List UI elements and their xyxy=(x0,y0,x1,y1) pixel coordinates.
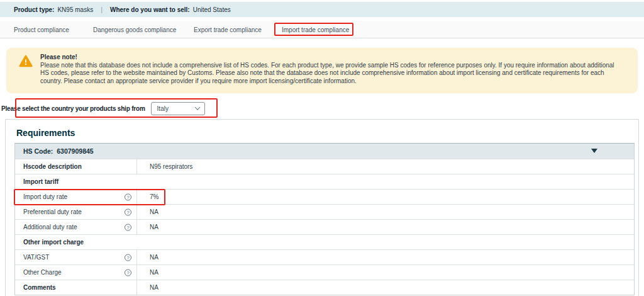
product-type-value: KN95 masks xyxy=(57,6,93,13)
collapse-caret-icon[interactable] xyxy=(591,149,597,153)
requirements-heading: Requirements xyxy=(16,128,75,138)
row-label: Additional duty rate? xyxy=(15,220,137,234)
ship-from-row: Please select the country your products … xyxy=(1,100,205,117)
hs-code-label: HS Code: xyxy=(23,147,53,155)
table-row: Preferential duty rate?NA xyxy=(15,204,634,219)
row-label-text: Hscode description xyxy=(23,163,82,170)
compliance-tabs: Product compliance Dangerous goods compl… xyxy=(0,21,644,38)
notice-body: Please note that this database does not … xyxy=(40,62,624,86)
row-label: Hscode description xyxy=(15,159,137,174)
requirements-table: HS Code: 6307909845 Hscode descriptionN9… xyxy=(14,143,635,295)
row-label: Import duty rate? xyxy=(15,190,137,204)
tab-import-trade-compliance[interactable]: Import trade compliance xyxy=(282,21,349,38)
row-value: NA xyxy=(137,265,634,280)
help-icon[interactable]: ? xyxy=(125,193,131,200)
row-label-text: Comments xyxy=(23,284,56,291)
row-value: N95 respirators xyxy=(137,159,634,174)
table-row: Hscode descriptionN95 respirators xyxy=(15,159,634,174)
ship-from-select[interactable]: Italy xyxy=(151,102,205,115)
table-row: Other Charge?NA xyxy=(15,265,634,280)
chevron-down-icon xyxy=(194,105,199,110)
table-row: VAT/GST?NA xyxy=(15,249,634,265)
hs-code-header: HS Code: 6307909845 xyxy=(15,144,634,159)
product-type-label: Product type: xyxy=(14,6,54,13)
row-label: Comments xyxy=(15,280,137,295)
warning-triangle-icon xyxy=(19,55,33,67)
notice-title: Please note! xyxy=(40,54,624,62)
row-value: 7% xyxy=(137,190,634,204)
requirements-panel: Requirements HS Code: 6307909845 Hscode … xyxy=(5,119,639,296)
ship-from-label: Please select the country your products … xyxy=(1,105,145,112)
hs-code-value: 6307909845 xyxy=(57,147,93,155)
row-label-text: Additional duty rate xyxy=(23,224,77,231)
row-label-text: Preferential duty rate xyxy=(23,208,82,215)
row-label: VAT/GST? xyxy=(15,250,137,265)
row-value: NA xyxy=(137,220,634,234)
help-icon[interactable]: ? xyxy=(125,224,131,231)
row-label-text: Other Charge xyxy=(23,269,62,276)
row-value: NA xyxy=(137,280,634,295)
help-icon[interactable]: ? xyxy=(125,269,131,276)
row-label-text: VAT/GST xyxy=(23,254,49,261)
table-section-row: Import tariff xyxy=(15,174,634,189)
tab-dangerous-goods-compliance[interactable]: Dangerous goods compliance xyxy=(93,21,176,38)
ship-from-selected-value: Italy xyxy=(157,105,169,112)
help-icon[interactable]: ? xyxy=(125,208,131,215)
sell-destination-value: United States xyxy=(193,6,231,13)
row-label: Preferential duty rate? xyxy=(15,205,137,219)
row-value: NA xyxy=(137,205,634,219)
help-icon[interactable]: ? xyxy=(125,254,131,261)
row-label: Other Charge? xyxy=(15,265,137,280)
tab-export-trade-compliance[interactable]: Export trade compliance xyxy=(194,21,262,38)
table-row: Additional duty rate?NA xyxy=(15,219,634,234)
tab-product-compliance[interactable]: Product compliance xyxy=(14,21,69,38)
row-label-text: Import duty rate xyxy=(23,193,67,200)
row-value: NA xyxy=(137,250,634,265)
context-divider: | xyxy=(101,6,103,13)
sell-destination-label: Where do you want to sell: xyxy=(110,6,190,13)
table-row: Import duty rate?7% xyxy=(15,189,634,204)
requirements-rows: Hscode descriptionN95 respiratorsImport … xyxy=(15,159,634,295)
notice-banner: Please note! Please note that this datab… xyxy=(6,48,638,93)
section-label: Import tariff xyxy=(23,178,58,185)
table-row: CommentsNA xyxy=(15,280,634,295)
section-label: Other import charge xyxy=(23,239,84,246)
table-section-row: Other import charge xyxy=(15,234,634,249)
context-bar: Product type: KN95 masks | Where do you … xyxy=(0,2,644,17)
